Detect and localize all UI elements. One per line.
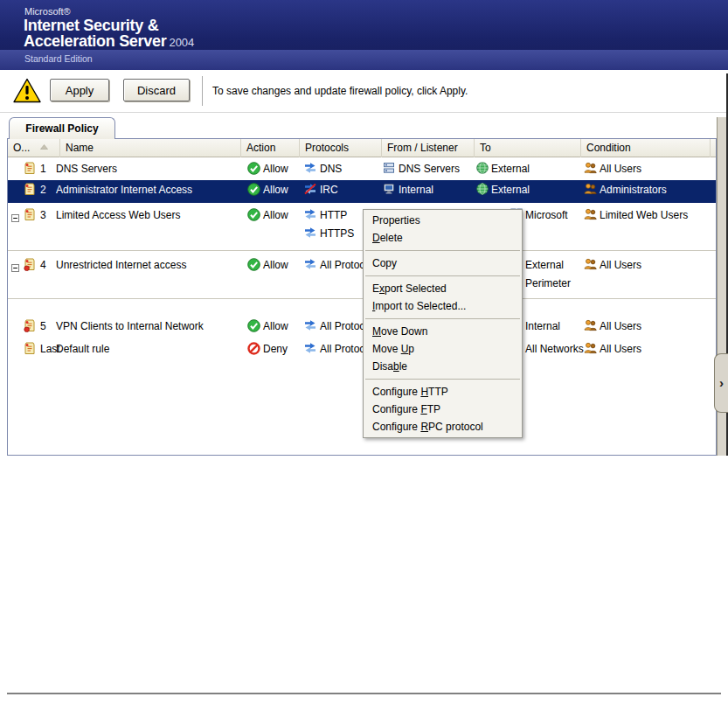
menu-item-configure-ftp[interactable]: Configure FTP [364,401,522,418]
policy-rule-row-dns-servers[interactable]: 1DNS ServersAllowDNSDNS ServersExternalA… [8,159,716,180]
product-title-line2: Acceleration Server2004 [24,32,194,51]
rule-dot-icon [24,258,36,271]
menu-item-move-up[interactable]: Move Up [364,340,522,358]
globe-icon [476,183,489,195]
allow-icon [247,183,260,196]
allow-icon-cell [247,183,260,199]
discard-button[interactable]: Discard [123,79,190,101]
menu-item-properties[interactable]: Properties [364,212,522,229]
menu-item-configure-http[interactable]: Configure HTTP [364,383,522,401]
menu-item-import-to-selected[interactable]: Import to Selected... [364,297,522,315]
rule-name: Administrator Internet Access [56,183,192,199]
edition-band: Standard Edition [0,50,728,70]
protocol-icon-cell [304,258,316,274]
users-icon-cell [584,208,598,224]
policy-rule-row-limited-access-web-users[interactable]: 3Limited Access Web UsersAllowHTTPHTTPSM… [8,206,716,246]
rule-name: VPN Clients to Internal Network [56,319,204,335]
group-separator [8,298,716,299]
policy-rule-row-unrestricted-internet-access[interactable]: 4Unrestricted Internet accessAllowAll Pr… [8,255,716,296]
deny-icon-cell [247,342,260,358]
policy-rule-row-administrator-internet-access[interactable]: 2Administrator Internet AccessAllowIRCIn… [8,180,716,203]
allow-icon-cell [247,319,260,335]
column-header-from-listener[interactable]: From / Listener [382,139,475,157]
apply-discard-toolbar: Apply Discard To save changes and update… [0,70,728,113]
column-header-condition[interactable]: Condition [581,139,711,157]
users-icon [584,183,598,195]
rule-action: Allow [263,162,288,178]
column-header-name[interactable]: Name [60,139,241,157]
rule-icon [24,342,36,355]
rule-icon [24,162,36,175]
rule-icon [24,208,36,221]
column-header-action[interactable]: Action [241,139,300,157]
allow-icon-cell [247,208,260,224]
rule-condition: Limited Web Users [600,208,688,224]
protocol-icon-cell [304,227,316,242]
users-icon-cell [584,342,598,358]
menu-item-configure-rpc-protocol[interactable]: Configure RPC protocol [364,418,522,436]
rule-condition: All Users [600,319,641,335]
column-header-protocols[interactable]: Protocols [300,139,382,157]
rule-condition: All Users [600,342,641,358]
menu-item-move-down[interactable]: Move Down [364,323,522,340]
rule-to: External [491,183,530,199]
menu-item-export-selected[interactable]: Export Selected [364,280,522,297]
menu-item-disable[interactable]: Disable [364,358,522,375]
protocol-deny-icon [304,183,316,195]
menu-separator [365,379,520,380]
protocol-icon-cell [304,342,316,358]
policy-rule-row-default-rule[interactable]: LastDefault ruleDenyAll ProtocolsAll Net… [8,339,716,360]
rule-to: External [491,162,530,178]
rule-action: Allow [263,319,288,335]
group-separator [8,250,716,251]
protocol-icon [304,227,316,239]
policy-rule-row-vpn-clients-to-internal-network[interactable]: 5VPN Clients to Internal NetworkAllowAll… [8,317,716,338]
servers-icon-cell [383,162,395,178]
menu-item-copy[interactable]: Copy [364,254,522,272]
minus-icon-cell [11,261,19,277]
allow-icon [247,258,260,271]
allow-icon [247,162,260,175]
column-header-label: Protocols [305,142,349,154]
allow-icon-cell [247,162,260,178]
rule-condition: All Users [600,258,641,274]
apply-button[interactable]: Apply [50,79,109,101]
users-icon-cell [584,319,598,335]
users-icon [584,319,598,331]
column-header-label: From / Listener [387,142,458,154]
allow-icon [247,319,260,332]
rule-to: External [525,258,564,274]
expand-task-pane-button[interactable]: › [714,353,728,413]
rule-condition: All Users [600,162,641,178]
rule-icon-cell [24,183,36,199]
tab-firewall-policy[interactable]: Firewall Policy [9,117,115,139]
users-icon [584,208,598,220]
column-header-o[interactable]: O... [8,139,60,157]
minus-icon-cell [11,212,19,227]
users-icon [584,162,598,174]
computer-icon [383,183,395,195]
column-header-to[interactable]: To [475,139,581,157]
menu-item-delete[interactable]: Delete [364,229,522,247]
product-title-text: Acceleration Server [24,32,166,50]
context-menu: PropertiesDeleteCopyExport SelectedImpor… [363,209,523,438]
protocol-icon-cell [304,208,316,224]
rule-action: Deny [263,342,288,358]
rule-name: Limited Access Web Users [56,208,181,224]
chevron-right-icon: › [719,375,724,390]
app-banner: Microsoft® Internet Security & Accelerat… [0,0,728,70]
rule-icon-cell [24,342,36,358]
rule-action: Allow [263,208,288,224]
rule-to: Perimeter [525,276,571,292]
rule-order: 3 [40,208,46,224]
rule-order: 4 [40,258,46,274]
rule-icon-cell [24,208,36,224]
rule-to: Internal [525,319,560,335]
users-icon-cell [584,183,598,199]
firewall-policy-table: O...NameActionProtocolsFrom / ListenerTo… [7,138,717,456]
protocol-icon [304,258,316,270]
rule-order: 1 [40,162,46,178]
column-header-label: Action [246,142,275,154]
minus-icon [11,264,19,272]
menu-separator [365,318,520,319]
